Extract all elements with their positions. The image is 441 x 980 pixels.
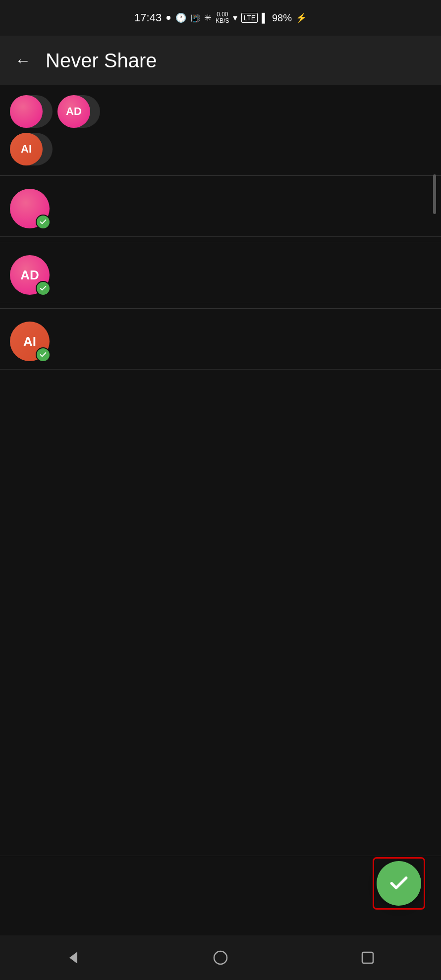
contact-avatar-wrap-3: AI — [10, 322, 50, 361]
divider-1 — [0, 175, 441, 176]
chip-avatar-ai: AI — [10, 133, 43, 165]
divider-lower — [0, 856, 441, 856]
battery-text: 98% — [272, 12, 292, 24]
check-badge-1 — [36, 215, 51, 229]
network-speed: 0.00KB/S — [216, 11, 229, 24]
contact-item-3[interactable]: AI — [0, 314, 441, 370]
check-badge-3 — [36, 347, 51, 362]
status-time: 17:43 — [134, 11, 162, 24]
nav-back-button[interactable] — [54, 938, 93, 978]
chip-avatar-ad: AD — [57, 95, 90, 128]
status-icons: 🕐 📳 ✳ 0.00KB/S ▾ LTE ▌ 98% ⚡ — [175, 11, 307, 24]
status-bar: 17:43 🕐 📳 ✳ 0.00KB/S ▾ LTE ▌ 98% ⚡ — [0, 0, 441, 36]
contact-avatar-wrap-1 — [10, 189, 50, 228]
alarm-icon: 🕐 — [175, 12, 186, 23]
chip-ad[interactable]: AD — [57, 95, 100, 128]
main-content: AD AI — [0, 85, 441, 935]
chips-row: AD AI — [0, 85, 441, 170]
wifi-icon: ▾ — [233, 12, 237, 23]
page-title: Never Share — [46, 50, 157, 72]
bluetooth-icon: ✳ — [204, 12, 212, 23]
check-badge-2 — [36, 281, 51, 296]
chip-ai[interactable]: AI — [10, 133, 53, 165]
vibrate-icon: 📳 — [190, 13, 200, 23]
svg-marker-0 — [69, 952, 77, 964]
contact-item-2[interactable]: AD — [0, 247, 441, 303]
back-button[interactable]: ← — [15, 52, 31, 70]
charging-icon: ⚡ — [296, 12, 307, 23]
svg-point-1 — [214, 951, 227, 964]
chip-avatar-pink — [10, 95, 43, 128]
fab-container — [377, 861, 421, 906]
svg-rect-2 — [362, 952, 373, 963]
bottom-nav — [0, 935, 441, 980]
divider-2 — [0, 242, 441, 242]
status-dot — [166, 16, 170, 20]
contact-avatar-wrap-2: AD — [10, 255, 50, 295]
contact-list: AD AI — [0, 181, 441, 370]
divider-3 — [0, 308, 441, 309]
top-bar: ← Never Share — [0, 36, 441, 85]
fab-highlight — [373, 857, 425, 910]
chip-pink[interactable] — [10, 95, 53, 128]
nav-home-button[interactable] — [201, 938, 240, 978]
lte-icon: LTE — [241, 13, 258, 23]
nav-recents-button[interactable] — [348, 938, 387, 978]
signal-icon: ▌ — [262, 13, 268, 23]
contact-item-1[interactable] — [0, 181, 441, 237]
